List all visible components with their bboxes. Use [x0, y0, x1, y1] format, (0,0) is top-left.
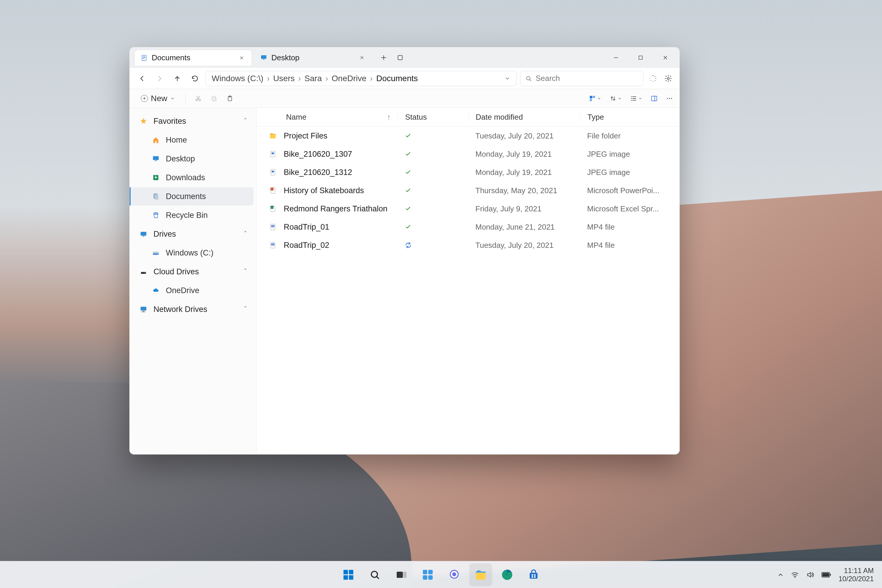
desktop-icon: [151, 154, 160, 164]
minimize-button[interactable]: [604, 49, 628, 66]
file-explorer-window: Documents Desktop Windows (C:\)›Users›Sa…: [129, 47, 680, 454]
file-row[interactable]: XRedmond Rangers Triathalon Friday, July…: [256, 200, 680, 218]
wifi-icon[interactable]: [791, 571, 799, 579]
file-row[interactable]: Bike_210620_1312 Monday, July 19, 2021 J…: [256, 163, 680, 182]
file-name: Project Files: [284, 131, 327, 141]
file-row[interactable]: RoadTrip_02 Tuesday, July 20, 2021 MP4 f…: [256, 236, 680, 254]
search-box[interactable]: [520, 71, 644, 86]
tab-documents[interactable]: Documents: [134, 50, 252, 66]
file-modified: Monday, June 21, 2021: [468, 222, 580, 232]
widgets-button[interactable]: [416, 563, 439, 586]
task-view-button[interactable]: [390, 563, 413, 586]
sidebar-item-label: Cloud Drives: [153, 267, 238, 276]
volume-icon[interactable]: [806, 571, 814, 579]
breadcrumb-segment[interactable]: OneDrive: [330, 73, 368, 84]
breadcrumb-segment[interactable]: Users: [272, 73, 296, 84]
sidebar-item-home[interactable]: Home: [130, 131, 254, 149]
sidebar-item-favorites[interactable]: Favorites˄: [130, 112, 254, 130]
group-button[interactable]: [609, 95, 622, 102]
window-controls: [604, 49, 678, 66]
svg-rect-73: [531, 576, 533, 578]
file-type: File folder: [580, 131, 680, 141]
close-tab-button[interactable]: [358, 54, 366, 62]
documents-icon: [151, 192, 160, 201]
svg-rect-77: [822, 573, 829, 576]
file-name: RoadTrip_02: [284, 241, 329, 250]
tray-overflow[interactable]: [777, 572, 784, 578]
breadcrumb-dropdown[interactable]: [503, 74, 512, 83]
copy-button[interactable]: [208, 92, 220, 105]
battery-icon[interactable]: [821, 572, 831, 578]
column-modified[interactable]: Date modified: [468, 112, 580, 122]
taskbar-search[interactable]: [363, 563, 386, 586]
sidebar-item-downloads[interactable]: Downloads: [130, 168, 254, 187]
sidebar-item-documents[interactable]: Documents: [130, 187, 254, 206]
nav-forward-button[interactable]: [153, 72, 167, 86]
store-taskbar[interactable]: [522, 563, 545, 586]
sidebar-item-label: Windows (C:): [166, 248, 247, 258]
sidebar-item-cloud-drives[interactable]: Cloud Drives˄: [130, 262, 254, 281]
sidebar-item-onedrive[interactable]: OneDrive: [130, 281, 254, 300]
system-tray: 11:11 AM 10/20/2021: [777, 567, 882, 583]
home-icon: [151, 135, 160, 145]
column-type[interactable]: Type: [580, 112, 680, 122]
close-button[interactable]: [653, 49, 678, 66]
file-name: Bike_210620_1312: [284, 168, 352, 177]
tab-label: Desktop: [272, 53, 354, 62]
view-button[interactable]: [630, 95, 642, 102]
details-pane-button[interactable]: [651, 95, 658, 102]
tab-overview-button[interactable]: [393, 51, 407, 64]
new-button-label: New: [151, 94, 167, 103]
nav-refresh-button[interactable]: [188, 72, 202, 86]
new-button[interactable]: + New: [136, 92, 180, 105]
breadcrumb-separator: ›: [265, 74, 272, 83]
new-tab-button[interactable]: [376, 51, 391, 64]
nav-back-button[interactable]: [135, 72, 149, 86]
start-button[interactable]: [337, 563, 360, 586]
svg-point-7: [655, 76, 656, 77]
downloads-icon: [151, 173, 160, 182]
file-row[interactable]: Bike_210620_1307 Monday, July 19, 2021 J…: [256, 145, 680, 163]
panel-icon: [651, 95, 658, 102]
more-button[interactable]: [666, 95, 673, 102]
svg-point-39: [145, 273, 145, 273]
close-tab-button[interactable]: [237, 54, 246, 62]
file-row[interactable]: PHistory of Skateboards Thursday, May 20…: [256, 182, 680, 200]
breadcrumb-segment[interactable]: Documents: [375, 73, 420, 84]
clock[interactable]: 11:11 AM 10/20/2021: [838, 567, 874, 583]
sort-icon: [589, 95, 596, 102]
file-row[interactable]: RoadTrip_01 Monday, June 21, 2021 MP4 fi…: [256, 218, 680, 236]
sidebar-item-recycle-bin[interactable]: Recycle Bin: [130, 206, 254, 224]
maximize-button[interactable]: [628, 49, 653, 66]
column-name[interactable]: Name↑: [256, 112, 398, 122]
sidebar-item-label: Network Drives: [153, 305, 238, 314]
nav-up-button[interactable]: [170, 72, 184, 86]
file-explorer-taskbar[interactable]: [469, 563, 492, 586]
svg-rect-22: [593, 96, 595, 98]
search-input[interactable]: [536, 74, 639, 83]
file-name: Bike_210620_1307: [284, 150, 352, 159]
file-row[interactable]: Project Files Tuesday, July 20, 2021 Fil…: [256, 127, 680, 145]
cloud-icon: [139, 267, 148, 276]
breadcrumb-box[interactable]: Windows (C:\)›Users›Sara›OneDrive›Docume…: [206, 71, 516, 86]
sidebar-item-network-drives[interactable]: Network Drives˅: [130, 300, 254, 318]
sidebar-item-drives[interactable]: Drives˄: [130, 225, 254, 243]
chat-button[interactable]: [443, 563, 466, 586]
cut-button[interactable]: [192, 92, 205, 105]
paste-button[interactable]: [224, 92, 236, 105]
svg-point-25: [667, 98, 668, 99]
breadcrumb-segment[interactable]: Windows (C:\): [210, 73, 265, 84]
breadcrumb-segment[interactable]: Sara: [303, 73, 324, 84]
breadcrumb-separator: ›: [296, 74, 303, 83]
settings-button[interactable]: [662, 73, 674, 84]
sidebar-item-windows-c-[interactable]: Windows (C:): [130, 244, 254, 262]
sidebar-item-desktop[interactable]: Desktop: [130, 150, 254, 168]
svg-rect-32: [154, 195, 159, 200]
jpg-icon: [268, 150, 277, 159]
edge-taskbar[interactable]: [496, 563, 519, 586]
tab-desktop[interactable]: Desktop: [254, 50, 372, 66]
column-status[interactable]: Status: [398, 112, 468, 122]
desktop-icon: [260, 54, 267, 61]
sort-button[interactable]: [589, 95, 601, 102]
sync-activity-icon[interactable]: [647, 73, 659, 84]
